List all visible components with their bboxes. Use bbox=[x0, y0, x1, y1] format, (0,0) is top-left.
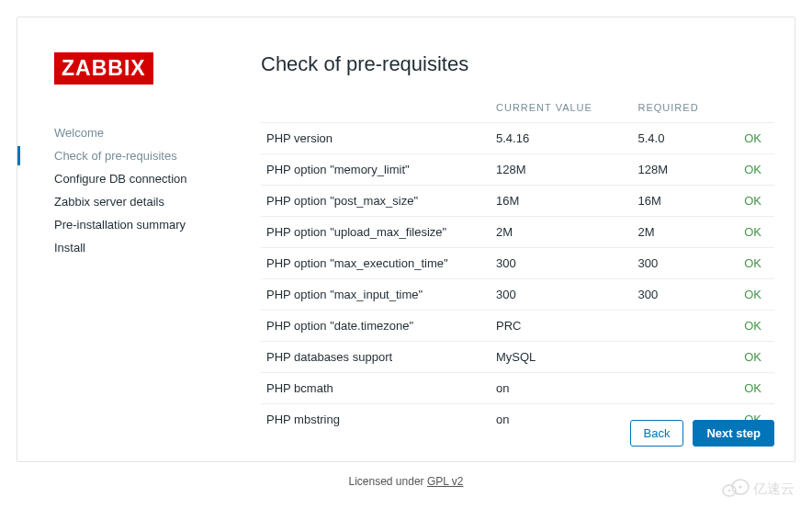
table-row: PHP option "max_input_time"300300OK bbox=[261, 279, 774, 311]
cell-current: 128M bbox=[491, 154, 633, 186]
sidebar: ZABBIX WelcomeCheck of pre-requisitesCon… bbox=[54, 52, 261, 445]
table-row: PHP option "max_execution_time"300300OK bbox=[261, 248, 774, 279]
cell-required: 300 bbox=[633, 248, 727, 279]
svg-point-3 bbox=[739, 485, 741, 488]
cell-current: 300 bbox=[491, 248, 633, 279]
back-button[interactable]: Back bbox=[630, 420, 684, 447]
cell-required: 128M bbox=[633, 154, 727, 186]
next-button[interactable]: Next step bbox=[693, 420, 774, 447]
step-item-1[interactable]: Check of pre-requisites bbox=[54, 144, 261, 167]
table-row: PHP option "upload_max_filesize"2M2MOK bbox=[261, 217, 774, 248]
cell-status: OK bbox=[727, 248, 774, 279]
main-content: Check of pre-requisites Current value Re… bbox=[261, 52, 795, 445]
table-row: PHP option "post_max_size"16M16MOK bbox=[261, 186, 774, 217]
col-current: Current value bbox=[491, 95, 633, 123]
cell-required: 16M bbox=[633, 186, 727, 217]
cell-name: PHP option "post_max_size" bbox=[261, 186, 491, 217]
cell-name: PHP bcmath bbox=[261, 373, 491, 404]
col-name bbox=[261, 95, 491, 123]
requisites-table: Current value Required PHP version5.4.16… bbox=[261, 95, 774, 435]
cell-required: 5.4.0 bbox=[633, 123, 727, 154]
cell-status: OK bbox=[727, 123, 774, 154]
cell-current: on bbox=[491, 404, 633, 435]
cell-current: 16M bbox=[491, 186, 633, 217]
cell-name: PHP mbstring bbox=[261, 404, 491, 435]
cell-status: OK bbox=[727, 279, 774, 311]
cell-required bbox=[633, 373, 727, 404]
step-item-4[interactable]: Pre-installation summary bbox=[54, 213, 261, 236]
wizard-panel: ZABBIX WelcomeCheck of pre-requisitesCon… bbox=[17, 17, 795, 462]
col-status bbox=[727, 95, 774, 123]
table-row: PHP bcmathonOK bbox=[261, 373, 774, 404]
step-item-5[interactable]: Install bbox=[54, 236, 261, 259]
requisites-table-wrap[interactable]: Current value Required PHP version5.4.16… bbox=[261, 95, 784, 445]
table-row: PHP option "date.timezone"PRCOK bbox=[261, 311, 774, 342]
cell-name: PHP option "date.timezone" bbox=[261, 311, 491, 342]
requisites-tbody: PHP version5.4.165.4.0OKPHP option "memo… bbox=[261, 123, 774, 435]
cell-name: PHP databases support bbox=[261, 342, 491, 373]
cell-current: MySQL bbox=[491, 342, 633, 373]
cell-name: PHP option "max_input_time" bbox=[261, 279, 491, 311]
cell-status: OK bbox=[727, 342, 774, 373]
cell-name: PHP option "memory_limit" bbox=[261, 154, 491, 186]
steps-list: WelcomeCheck of pre-requisitesConfigure … bbox=[54, 121, 261, 259]
cell-required bbox=[633, 342, 727, 373]
cell-required bbox=[633, 311, 727, 342]
cell-name: PHP option "upload_max_filesize" bbox=[261, 217, 491, 248]
cell-current: 2M bbox=[491, 217, 633, 248]
cell-current: on bbox=[491, 373, 633, 404]
cell-status: OK bbox=[727, 154, 774, 186]
cell-current: 300 bbox=[491, 279, 633, 311]
table-row: PHP version5.4.165.4.0OK bbox=[261, 123, 774, 154]
cell-required: 300 bbox=[633, 279, 727, 311]
table-row: PHP option "memory_limit"128M128MOK bbox=[261, 154, 774, 186]
cell-name: PHP option "max_execution_time" bbox=[261, 248, 491, 279]
license-footer: Licensed under GPL v2 bbox=[17, 475, 795, 488]
step-item-0[interactable]: Welcome bbox=[54, 121, 261, 144]
cell-status: OK bbox=[727, 186, 774, 217]
table-row: PHP databases supportMySQLOK bbox=[261, 342, 774, 373]
svg-text:亿速云: 亿速云 bbox=[752, 481, 795, 496]
cell-current: PRC bbox=[491, 311, 633, 342]
cell-status: OK bbox=[727, 217, 774, 248]
logo: ZABBIX bbox=[54, 52, 153, 85]
col-required: Required bbox=[633, 95, 727, 123]
page-title: Check of pre-requisites bbox=[261, 52, 784, 76]
step-item-2[interactable]: Configure DB connection bbox=[54, 167, 261, 190]
footer-buttons: Back Next step bbox=[630, 420, 774, 447]
cell-name: PHP version bbox=[261, 123, 491, 154]
cell-status: OK bbox=[727, 373, 774, 404]
cell-current: 5.4.16 bbox=[491, 123, 633, 154]
step-item-3[interactable]: Zabbix server details bbox=[54, 190, 261, 213]
cell-status: OK bbox=[727, 311, 774, 342]
svg-point-2 bbox=[728, 490, 731, 492]
license-link[interactable]: GPL v2 bbox=[427, 475, 464, 488]
cell-required: 2M bbox=[633, 217, 727, 248]
license-prefix: Licensed under bbox=[349, 475, 427, 488]
watermark: 亿速云 bbox=[720, 474, 803, 502]
